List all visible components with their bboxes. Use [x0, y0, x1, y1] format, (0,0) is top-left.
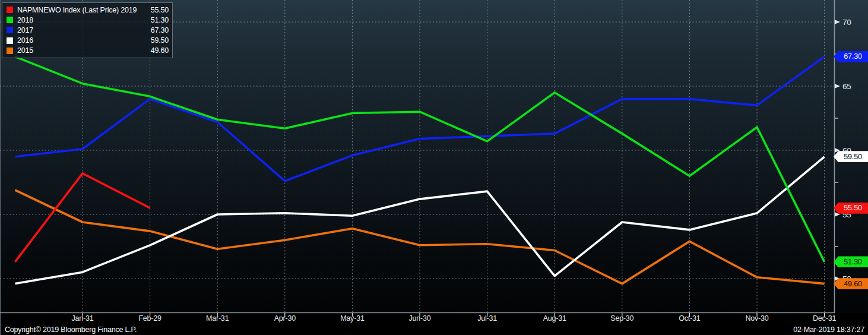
- legend-value: 67.30: [140, 26, 169, 34]
- x-tick-label-apr-30: Apr-30: [274, 314, 296, 323]
- legend-swatch-2018: [7, 17, 13, 23]
- legend-swatch-2017: [7, 27, 13, 33]
- legend-value: 49.60: [140, 46, 169, 55]
- x-tick-label-oct-31: Oct-31: [679, 314, 700, 323]
- x-tick-label-jul-31: Jul-31: [477, 314, 497, 323]
- copyright-text: Copyright© 2019 Bloomberg Finance L.P.: [0, 325, 137, 334]
- legend-value: 55.50: [140, 6, 169, 14]
- legend-label: 2015: [17, 46, 140, 55]
- legend-label: 2018: [17, 16, 140, 24]
- y-tick-arrow: [835, 20, 840, 24]
- legend-value: 51.30: [140, 16, 169, 24]
- x-tick-label-feb-29: Feb-29: [138, 314, 161, 323]
- bloomberg-chart-window: 7065605550 NAPMNEWO Index (Last Price) 2…: [0, 0, 868, 335]
- y-tick-label: 70: [842, 18, 851, 27]
- series-line-2016[interactable]: [15, 157, 824, 284]
- legend-label: NAPMNEWO Index (Last Price) 2019: [17, 6, 140, 14]
- legend-swatch-2019: [7, 7, 13, 13]
- x-tick-label-jun-30: Jun-30: [408, 314, 430, 323]
- y-tick-label: 65: [842, 82, 851, 91]
- last-price-tag-2017: 67.30: [834, 51, 868, 62]
- legend-label: 2016: [17, 36, 140, 45]
- last-price-tag-2018: 51.30: [834, 256, 868, 267]
- legend-value: 59.50: [140, 36, 169, 45]
- last-price-tag-2016: 59.50: [834, 151, 868, 162]
- x-tick-label-aug-31: Aug-31: [543, 314, 566, 323]
- legend-swatch-2016: [7, 37, 13, 44]
- x-tick-label-sep-30: Sep-30: [610, 314, 633, 323]
- x-tick-label-dec-31: Dec-31: [813, 314, 836, 323]
- legend-item-2015[interactable]: 201549.60: [7, 46, 169, 56]
- footer-bar: Copyright© 2019 Bloomberg Finance L.P. 0…: [0, 324, 868, 335]
- legend-item-2019[interactable]: NAPMNEWO Index (Last Price) 201955.50: [7, 5, 169, 15]
- x-tick-label-mar-31: Mar-31: [206, 314, 229, 323]
- x-tick-label-nov-30: Nov-30: [745, 314, 768, 323]
- y-tick-arrow: [835, 84, 840, 89]
- last-price-tag-2015: 49.60: [834, 278, 868, 289]
- last-price-tag-2019: 55.50: [834, 203, 868, 214]
- legend-item-2016[interactable]: 201659.50: [7, 36, 169, 46]
- legend-swatch-2015: [7, 48, 13, 54]
- x-tick-label-may-31: May-31: [340, 314, 364, 323]
- legend-panel: NAPMNEWO Index (Last Price) 201955.50201…: [2, 2, 173, 58]
- legend-item-2018[interactable]: 201851.30: [7, 15, 169, 25]
- x-tick-label-jan-31: Jan-31: [71, 314, 93, 323]
- legend-item-2017[interactable]: 201767.30: [7, 25, 169, 35]
- timestamp-text: 02-Mar-2019 18:37:27: [793, 325, 868, 334]
- legend-label: 2017: [17, 26, 140, 34]
